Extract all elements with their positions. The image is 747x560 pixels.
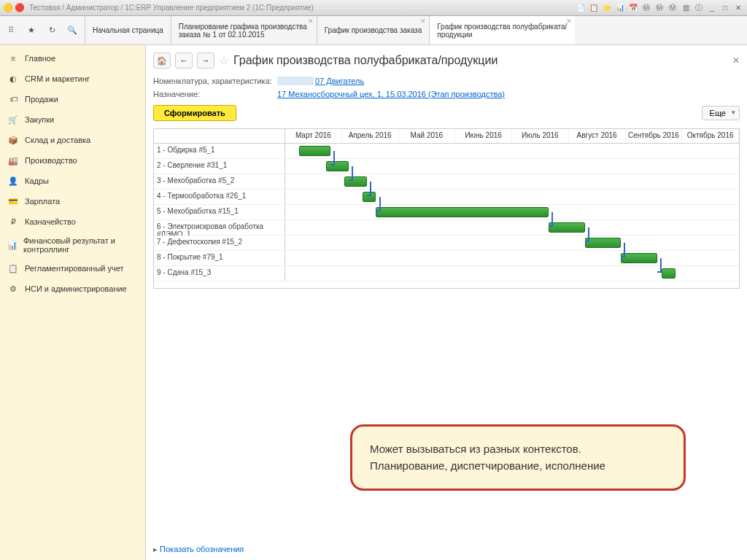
gantt-row: 1 - Обдирка #5_1: [154, 144, 739, 159]
sidebar-item[interactable]: ⚙НСИ и администрирование: [0, 279, 145, 299]
sys-icon[interactable]: Ⓜ: [654, 3, 665, 13]
nav-icon: 🛒: [7, 114, 19, 125]
task-name: 5 - Мехобработка #15_1: [154, 205, 285, 219]
sys-icon[interactable]: 📅: [627, 3, 639, 13]
nav-label: Продажи: [25, 95, 58, 104]
nav-icon: ≡: [7, 52, 19, 64]
gantt-row: 3 - Мехобработка #5_2: [154, 174, 739, 190]
sidebar-item[interactable]: ◐CRM и маркетинг: [0, 69, 145, 89]
task-name: 3 - Мехобработка #5_2: [154, 174, 285, 189]
month-header: Август 2016: [569, 129, 626, 143]
nav-icon: 📋: [7, 262, 19, 274]
nav-icon: ⚙: [7, 283, 19, 295]
gantt-bar[interactable]: [344, 176, 367, 187]
home-button[interactable]: 🏠: [153, 52, 171, 69]
nav-label: Производство: [25, 156, 77, 165]
task-name: 6 - Электроискровая обработка #ЛЭМО_1: [154, 220, 285, 235]
system-buttons: 📄 📋 ⭐ 📊 📅 Ⓜ Ⓜ Ⓜ ▥ ⓘ _ □ ✕: [575, 3, 744, 13]
history-icon[interactable]: ↻: [45, 24, 58, 37]
sys-icon[interactable]: Ⓜ: [667, 3, 678, 13]
task-name: 7 - Дефектоскопия #15_2: [154, 236, 285, 250]
maximize-icon[interactable]: □: [719, 3, 731, 13]
generate-button[interactable]: Сформировать: [153, 105, 236, 121]
gantt-bar[interactable]: [549, 222, 585, 233]
task-name: 8 - Покрытие #79_1: [154, 251, 285, 265]
purpose-label: Назначение:: [153, 90, 277, 98]
favorite-icon[interactable]: ☆: [219, 54, 229, 68]
nav-label: Склад и доставка: [25, 136, 90, 144]
nav-label: Казначейство: [25, 217, 76, 226]
sidebar-item[interactable]: ≡Главное: [0, 48, 145, 69]
tab-close-icon[interactable]: ✕: [420, 18, 426, 25]
gantt-bar[interactable]: [326, 161, 349, 171]
gantt-bar[interactable]: [299, 146, 331, 156]
apps-icon[interactable]: ⠿: [4, 24, 18, 37]
gantt-row: 4 - Термообработка #26_1: [154, 190, 739, 205]
task-name: 9 - Сдача #15_3: [154, 266, 285, 281]
tab-strip: ⠿ ★ ↻ 🔍 Начальная страницаПланирование г…: [0, 16, 747, 45]
nav-icon: 👤: [7, 175, 19, 187]
minimize-icon[interactable]: _: [706, 3, 718, 13]
month-header: Июнь 2016: [455, 129, 512, 143]
gantt-bar[interactable]: [585, 238, 622, 248]
gantt-link: [367, 182, 371, 196]
page-title: График производства полуфабриката/продук…: [233, 54, 498, 67]
sys-icon[interactable]: 📊: [614, 3, 626, 13]
nav-icon: 📦: [7, 134, 19, 146]
search-icon[interactable]: 🔍: [66, 24, 79, 37]
gantt-bar[interactable]: [376, 207, 548, 217]
star-icon[interactable]: ★: [25, 24, 38, 37]
month-header: Май 2016: [399, 129, 456, 143]
tab[interactable]: График производства полуфабриката/продук…: [429, 16, 575, 44]
nav-label: Финансовый результат и контроллинг: [23, 236, 138, 254]
nav-label: Зарплата: [25, 197, 60, 206]
sys-icon[interactable]: 📄: [575, 3, 587, 13]
nomenclature-blank: [277, 77, 314, 85]
gantt-row: 6 - Электроискровая обработка #ЛЭМО_1: [154, 220, 739, 236]
sidebar-item[interactable]: 🏭Производство: [0, 150, 145, 171]
info-icon[interactable]: ⓘ: [693, 3, 705, 13]
sidebar-item[interactable]: 🏷Продажи: [0, 89, 145, 109]
gantt-row: 5 - Мехобработка #15_1: [154, 205, 739, 220]
sidebar-item[interactable]: 🛒Закупки: [0, 109, 145, 130]
sidebar-item[interactable]: 💳Зарплата: [0, 191, 145, 211]
purpose-link[interactable]: 17 Механосборочный цех, 1, 15.03.2016 (Э…: [277, 90, 505, 98]
show-legend-link[interactable]: Показать обозначения: [153, 545, 244, 554]
gantt-bar[interactable]: [621, 253, 657, 263]
sys-icon[interactable]: 📋: [588, 3, 600, 13]
nav-label: CRM и маркетинг: [25, 74, 90, 83]
nav-icon: ◐: [7, 73, 19, 85]
sys-icon[interactable]: Ⓜ: [640, 3, 652, 13]
tab-close-icon[interactable]: ✕: [308, 18, 314, 25]
more-button[interactable]: Еще: [702, 106, 740, 120]
back-button[interactable]: ←: [175, 52, 193, 69]
callout-line2: Планирование, диспетчирование, исполнени…: [370, 458, 666, 475]
tab[interactable]: Планирование графика производства заказа…: [171, 16, 317, 44]
nav-label: НСИ и администрирование: [25, 284, 127, 293]
sidebar-item[interactable]: 👤Кадры: [0, 171, 145, 191]
nav-label: Регламентированный учет: [25, 264, 124, 273]
callout-line1: Может вызываться из разных контекстов.: [370, 441, 666, 458]
nomenclature-link[interactable]: 07 Двигатель: [315, 77, 364, 85]
forward-button[interactable]: →: [197, 52, 214, 69]
month-header: Сентябрь 2016: [626, 129, 683, 143]
panel-icon[interactable]: ▥: [680, 3, 692, 13]
window-titlebar: 🟡 🔴 Тестовая / Администратор / 1С:ERP Уп…: [0, 0, 747, 16]
close-icon[interactable]: ✕: [732, 3, 744, 13]
sidebar: ≡Главное◐CRM и маркетинг🏷Продажи🛒Закупки…: [0, 45, 146, 560]
nav-icon: 🏭: [7, 155, 19, 166]
gantt-chart: Март 2016Апрель 2016Май 2016Июнь 2016Июл…: [153, 128, 740, 289]
nomenclature-label: Номенклатура, характеристика:: [153, 77, 277, 85]
sidebar-item[interactable]: 📋Регламентированный учет: [0, 258, 145, 279]
gantt-bar[interactable]: [662, 268, 676, 279]
sidebar-item[interactable]: ₽Казначейство: [0, 211, 145, 232]
sidebar-item[interactable]: 📊Финансовый результат и контроллинг: [0, 232, 145, 258]
sys-icon[interactable]: ⭐: [601, 3, 613, 13]
tab[interactable]: Начальная страница: [85, 16, 171, 44]
tab[interactable]: График производства заказа✕: [317, 16, 430, 44]
nav-icon: 🏷: [7, 93, 19, 105]
tab-close-icon[interactable]: ✕: [566, 18, 572, 25]
gantt-link: [376, 197, 380, 211]
sidebar-item[interactable]: 📦Склад и доставка: [0, 130, 145, 150]
close-page-icon[interactable]: ✕: [732, 55, 740, 66]
